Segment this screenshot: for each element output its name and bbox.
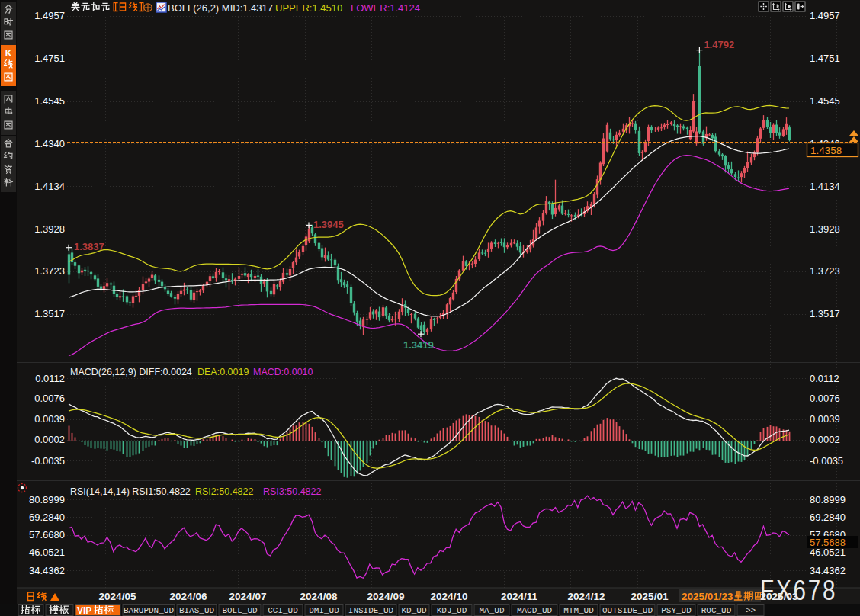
svg-text:0.0112: 0.0112: [35, 373, 65, 384]
svg-text:MACD:0.0010: MACD:0.0010: [253, 367, 313, 377]
svg-text:1.3928: 1.3928: [810, 223, 840, 235]
svg-text:2024/09: 2024/09: [367, 591, 405, 602]
svg-text:-0.0035: -0.0035: [810, 455, 843, 467]
svg-text:2025/01: 2025/01: [631, 591, 669, 602]
svg-text:1.4340: 1.4340: [34, 138, 65, 149]
svg-text:1.4751: 1.4751: [810, 53, 840, 64]
svg-text:1.3928: 1.3928: [34, 223, 65, 235]
svg-text:ROC_UD: ROC_UD: [701, 606, 732, 615]
svg-text:PSY_UD: PSY_UD: [661, 606, 692, 615]
svg-text:2025/01/23: 2025/01/23: [682, 591, 733, 602]
svg-text:34.4362: 34.4362: [29, 565, 65, 576]
svg-text:2024/07: 2024/07: [229, 591, 267, 602]
svg-text:0.0002: 0.0002: [34, 434, 65, 445]
svg-text:BARUPDN_UD: BARUPDN_UD: [124, 606, 174, 615]
svg-text:MTM_UD: MTM_UD: [563, 606, 594, 615]
svg-text:2024/06: 2024/06: [170, 591, 207, 602]
svg-text:69.2840: 69.2840: [29, 512, 65, 523]
svg-text:CCI_UD: CCI_UD: [268, 606, 298, 615]
svg-text:KDJ_UD: KDJ_UD: [437, 606, 467, 615]
svg-text:FX678: FX678: [760, 575, 837, 606]
svg-text:0.0076: 0.0076: [34, 393, 65, 404]
svg-text:1.3837: 1.3837: [74, 241, 104, 252]
svg-text:MACD(26,12,9) DIFF:0.0024: MACD(26,12,9) DIFF:0.0024: [70, 367, 192, 377]
svg-text:0.0039: 0.0039: [34, 413, 65, 425]
svg-text:1.4957: 1.4957: [810, 10, 840, 21]
svg-text:RSI(14,14,14) RSI1:50.4822: RSI(14,14,14) RSI1:50.4822: [70, 486, 191, 497]
svg-text:57.5688: 57.5688: [810, 537, 846, 548]
svg-text:1.4358: 1.4358: [810, 145, 842, 156]
svg-text:LOWER:1.4124: LOWER:1.4124: [351, 2, 420, 14]
svg-text:1.4751: 1.4751: [34, 53, 65, 64]
svg-text:MA_UD: MA_UD: [479, 606, 504, 615]
svg-text:0.0112: 0.0112: [810, 373, 839, 384]
svg-text:UPPER:1.4510: UPPER:1.4510: [275, 2, 342, 14]
svg-text:RSI3:50.4822: RSI3:50.4822: [263, 486, 321, 497]
svg-text:1.4792: 1.4792: [704, 39, 734, 50]
svg-text:1.3723: 1.3723: [34, 265, 65, 277]
svg-text:2024/11: 2024/11: [501, 591, 538, 602]
svg-text:K: K: [5, 48, 12, 59]
svg-text:69.2840: 69.2840: [810, 512, 846, 523]
svg-text:0.0039: 0.0039: [810, 413, 840, 425]
svg-text:1.4134: 1.4134: [34, 181, 65, 192]
svg-text:KD_UD: KD_UD: [401, 606, 426, 615]
svg-text:2024/12: 2024/12: [568, 591, 605, 602]
svg-text:80.8999: 80.8999: [29, 494, 65, 505]
svg-text:46.0521: 46.0521: [810, 547, 846, 558]
svg-text:DEA:0.0019: DEA:0.0019: [197, 367, 249, 377]
svg-text:0.0076: 0.0076: [810, 393, 840, 404]
svg-text:1.3419: 1.3419: [403, 339, 434, 351]
svg-text:57.6680: 57.6680: [29, 529, 65, 541]
svg-text:2024/08: 2024/08: [300, 591, 338, 602]
svg-text:0.0002: 0.0002: [810, 434, 840, 445]
svg-text:46.0521: 46.0521: [29, 547, 65, 558]
svg-text:VIP: VIP: [77, 605, 91, 616]
svg-text:1.4545: 1.4545: [810, 95, 840, 107]
svg-text:MACD_UD: MACD_UD: [517, 606, 553, 615]
svg-text:1.3945: 1.3945: [313, 219, 344, 230]
svg-text:DMI_UD: DMI_UD: [309, 606, 339, 615]
svg-text:80.8999: 80.8999: [810, 494, 846, 505]
svg-text:1.4545: 1.4545: [34, 95, 65, 107]
svg-text:>>: >>: [746, 606, 756, 615]
svg-text:1.4134: 1.4134: [810, 181, 840, 192]
svg-text:1.3517: 1.3517: [34, 308, 65, 319]
svg-text:1.4957: 1.4957: [34, 10, 65, 21]
svg-text:1.3723: 1.3723: [810, 265, 840, 277]
svg-text:OUTSIDE_UD: OUTSIDE_UD: [602, 606, 653, 615]
svg-text:-0.0035: -0.0035: [31, 455, 65, 467]
svg-text:BOLL_UD: BOLL_UD: [222, 606, 258, 615]
svg-text:INSIDE_UD: INSIDE_UD: [348, 606, 394, 615]
svg-text:2024/05: 2024/05: [99, 591, 136, 602]
svg-text:BOLL(26,2) MID:1.4317: BOLL(26,2) MID:1.4317: [168, 2, 273, 14]
svg-text:2024/10: 2024/10: [431, 591, 468, 602]
svg-text:RSI2:50.4822: RSI2:50.4822: [195, 486, 253, 497]
svg-text:1.3517: 1.3517: [810, 308, 840, 319]
svg-text:BIAS_UD: BIAS_UD: [179, 606, 215, 615]
